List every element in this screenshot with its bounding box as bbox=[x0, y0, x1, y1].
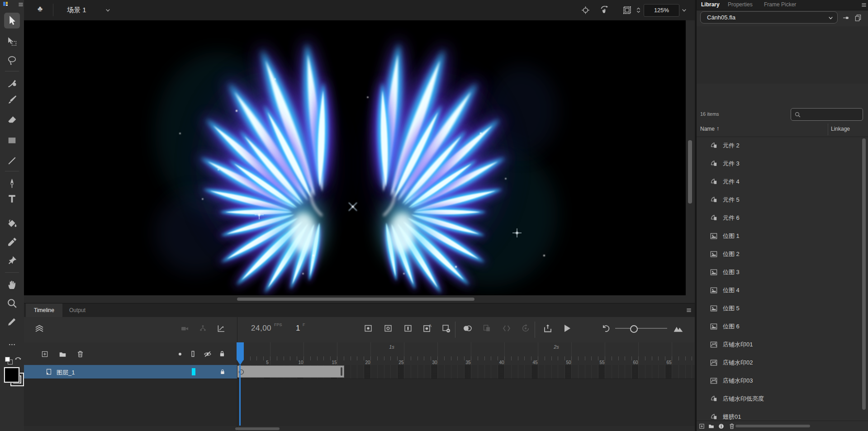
delete-item-icon[interactable] bbox=[728, 422, 735, 430]
library-item[interactable]: 店铺水印01 bbox=[697, 336, 862, 354]
timeline-horizontal-scrollbar[interactable] bbox=[235, 427, 280, 430]
library-item[interactable]: 位图 3 bbox=[697, 263, 862, 281]
insert-keyframe-icon[interactable] bbox=[363, 323, 373, 333]
layer-name-label[interactable]: 图层_1 bbox=[57, 369, 75, 377]
more-tools-button[interactable] bbox=[6, 341, 18, 352]
column-name-header[interactable]: Name bbox=[700, 126, 715, 132]
stage-horizontal-scrollbar[interactable] bbox=[237, 298, 474, 301]
frame-rate-value[interactable]: 24,00 bbox=[251, 324, 271, 333]
library-item[interactable]: 元件 4 bbox=[697, 173, 862, 191]
stage-zoom-value[interactable]: 125% bbox=[644, 4, 679, 17]
loop-frames-icon[interactable] bbox=[521, 323, 531, 333]
scene-name-label[interactable]: 场景 1 bbox=[67, 6, 86, 14]
tab-output[interactable]: Output bbox=[61, 303, 94, 317]
resize-timeline-view-icon[interactable] bbox=[673, 323, 684, 334]
new-layer-icon[interactable] bbox=[41, 350, 49, 358]
tool-pencil[interactable] bbox=[6, 316, 18, 327]
clip-content-outside-stage-icon[interactable] bbox=[622, 5, 632, 15]
stage-vertical-scrollbar[interactable] bbox=[688, 140, 692, 204]
tool-pin[interactable] bbox=[6, 255, 18, 266]
library-item[interactable]: 位图 4 bbox=[697, 281, 862, 299]
paste-frames-icon[interactable] bbox=[482, 323, 492, 333]
play-icon[interactable] bbox=[561, 323, 572, 334]
column-linkage-header[interactable]: Linkage bbox=[831, 126, 850, 132]
library-item[interactable]: 元件 2 bbox=[697, 137, 862, 155]
tool-hand[interactable] bbox=[6, 279, 18, 290]
edit-multiple-frames-icon[interactable] bbox=[502, 323, 512, 333]
tool-fluid-brush[interactable] bbox=[6, 77, 18, 89]
sort-ascending-icon[interactable]: ↑ bbox=[716, 125, 720, 132]
library-item[interactable]: 位图 1 bbox=[697, 227, 862, 245]
highlight-layers-toggle-icon[interactable] bbox=[179, 353, 181, 355]
library-item[interactable]: 翅膀01 bbox=[697, 408, 862, 421]
reset-timeline-zoom-icon[interactable] bbox=[601, 323, 611, 333]
tool-zoom[interactable] bbox=[6, 298, 18, 309]
show-hide-layers-icon[interactable] bbox=[203, 350, 212, 359]
library-item[interactable]: 元件 3 bbox=[697, 155, 862, 173]
timeline-ruler[interactable]: 1s 2s 5 10 15 20 25 30 35 40 45 50 55 60… bbox=[237, 342, 695, 365]
insert-blank-keyframe-icon[interactable] bbox=[383, 323, 393, 333]
center-stage-crosshair-icon[interactable] bbox=[581, 5, 590, 15]
zoom-stepper-icon[interactable] bbox=[635, 6, 642, 14]
remove-frame-icon[interactable] bbox=[441, 323, 451, 333]
tool-eyedropper[interactable] bbox=[6, 237, 18, 248]
column-divider[interactable] bbox=[828, 123, 828, 135]
library-item[interactable]: 店铺水印03 bbox=[697, 372, 862, 390]
swap-colors-icon[interactable] bbox=[14, 356, 22, 364]
library-vertical-scrollbar[interactable] bbox=[862, 138, 866, 410]
rotate-canvas-icon[interactable] bbox=[599, 5, 609, 15]
library-horizontal-scrollbar[interactable] bbox=[735, 425, 810, 427]
delete-layer-icon[interactable] bbox=[76, 350, 85, 358]
new-symbol-icon[interactable] bbox=[698, 423, 705, 430]
new-library-panel-icon[interactable] bbox=[854, 14, 862, 22]
tab-frame-picker[interactable]: Frame Picker bbox=[764, 0, 796, 10]
library-item[interactable]: 元件 6 bbox=[697, 209, 862, 227]
tool-rectangle[interactable] bbox=[6, 135, 18, 146]
stage-canvas[interactable] bbox=[24, 20, 686, 295]
timeline-zoom-slider-knob[interactable] bbox=[630, 325, 638, 333]
layer-frames-track[interactable] bbox=[237, 365, 695, 379]
pin-library-icon[interactable] bbox=[842, 14, 850, 22]
current-frame-value[interactable]: 1 bbox=[296, 324, 300, 333]
timeline-zoom-slider-track[interactable] bbox=[615, 328, 667, 329]
tab-properties[interactable]: Properties bbox=[728, 0, 753, 10]
frame-span[interactable] bbox=[237, 365, 344, 378]
fill-color-swatch[interactable] bbox=[4, 367, 19, 383]
scene-chevron-down-icon[interactable] bbox=[104, 7, 111, 14]
layer-row[interactable]: 图层_1 bbox=[24, 365, 237, 379]
tool-pen[interactable] bbox=[6, 178, 18, 189]
graph-editor-icon[interactable] bbox=[216, 324, 226, 333]
layer-parenting-icon[interactable] bbox=[198, 324, 208, 333]
library-item[interactable]: 位图 6 bbox=[697, 317, 862, 336]
fill-color-proxy-swatch[interactable] bbox=[5, 357, 10, 362]
tab-timeline[interactable]: Timeline bbox=[26, 303, 62, 317]
zoom-chevron-down-icon[interactable] bbox=[681, 7, 688, 14]
outline-layers-toggle-icon[interactable] bbox=[189, 350, 197, 358]
insert-frame-icon[interactable] bbox=[403, 323, 413, 333]
library-item[interactable]: 元件 5 bbox=[697, 191, 862, 209]
tools-panel-menu-icon[interactable] bbox=[18, 1, 24, 8]
timeline-panel-menu-icon[interactable] bbox=[686, 307, 692, 313]
library-panel-menu-icon[interactable] bbox=[861, 2, 867, 8]
library-item[interactable]: 位图 5 bbox=[697, 299, 862, 317]
tool-selection[interactable] bbox=[6, 15, 18, 26]
loop-playback-icon[interactable] bbox=[542, 323, 553, 334]
layer-lock-icon[interactable] bbox=[219, 368, 226, 375]
library-item[interactable]: 店铺水印低亮度 bbox=[697, 390, 862, 408]
tool-line[interactable] bbox=[6, 155, 18, 166]
tab-library[interactable]: Library bbox=[701, 0, 720, 10]
tool-text[interactable] bbox=[6, 193, 18, 204]
new-folder-icon[interactable] bbox=[58, 350, 67, 359]
library-item[interactable]: 店铺水印02 bbox=[697, 354, 862, 372]
layer-stack-icon[interactable] bbox=[34, 323, 45, 334]
tool-paint-bucket[interactable] bbox=[6, 218, 18, 229]
onion-skin-icon[interactable] bbox=[462, 323, 473, 334]
auto-keyframe-icon[interactable] bbox=[422, 323, 433, 334]
item-properties-icon[interactable] bbox=[718, 423, 725, 430]
tool-lasso[interactable] bbox=[6, 55, 18, 66]
lock-layers-icon[interactable] bbox=[218, 350, 226, 358]
tool-eraser[interactable] bbox=[6, 114, 18, 126]
new-folder-icon[interactable] bbox=[708, 423, 715, 430]
library-item[interactable]: 位图 2 bbox=[697, 245, 862, 263]
tool-classic-brush[interactable] bbox=[6, 94, 18, 105]
